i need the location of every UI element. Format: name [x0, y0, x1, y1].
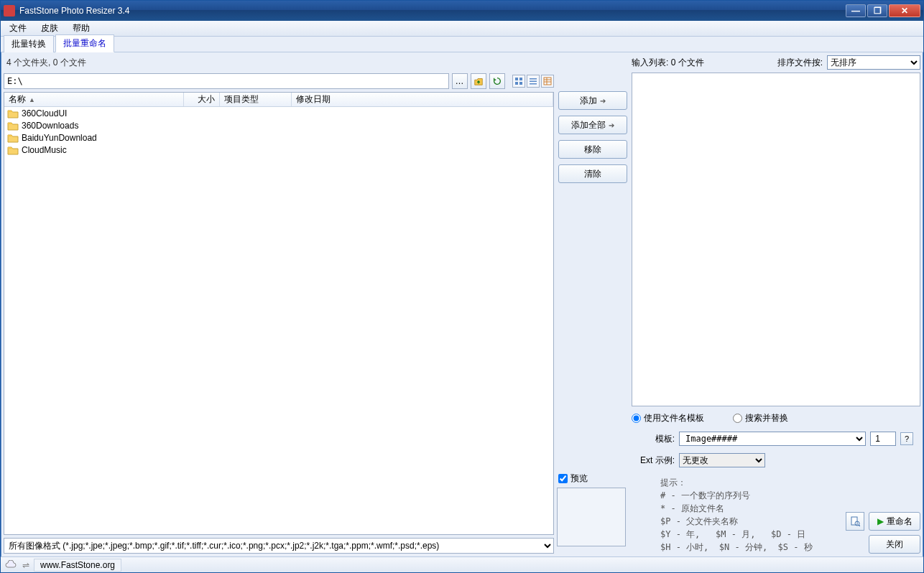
path-input[interactable]	[4, 73, 449, 89]
tab-batch-rename[interactable]: 批量重命名	[55, 34, 114, 52]
maximize-button[interactable]: ❐	[867, 4, 887, 17]
menu-help[interactable]: 帮助	[67, 21, 96, 36]
svg-rect-6	[530, 83, 537, 85]
menu-bar: 文件 皮肤 帮助	[1, 21, 923, 37]
content-area: 4 个文件夹, 0 个文件 …	[1, 52, 923, 556]
file-list-body[interactable]: 360CloudUI360DownloadsBaiduYunDownloadCl…	[4, 107, 553, 534]
clear-button[interactable]: 清除	[558, 164, 627, 183]
template-input[interactable]: Image#####	[679, 432, 866, 446]
svg-rect-7	[544, 78, 551, 85]
start-number-spinner[interactable]	[870, 432, 896, 446]
app-icon	[4, 5, 15, 17]
close-button[interactable]: 关闭	[869, 535, 920, 554]
tab-row: 批量转换 批量重命名	[1, 37, 923, 52]
svg-line-13	[859, 525, 860, 526]
remove-button[interactable]: 移除	[558, 140, 627, 159]
hint-line: $P - 父文件夹名称	[660, 515, 838, 528]
arrow-right-icon: ➔	[600, 97, 606, 105]
play-icon: ▶	[877, 516, 884, 526]
hint-line: * - 原始文件名	[660, 502, 838, 515]
up-folder-button[interactable]	[471, 73, 486, 89]
svg-rect-2	[515, 82, 518, 85]
status-glyph: ⇌	[22, 560, 29, 570]
add-button[interactable]: 添加➔	[558, 91, 627, 110]
format-filter-select[interactable]: 所有图像格式 (*.jpg;*.jpe;*.jpeg;*.bmp;*.gif;*…	[4, 538, 554, 554]
ext-select[interactable]: 无更改	[679, 453, 765, 467]
view-list[interactable]	[527, 75, 540, 88]
view-mode-buttons	[512, 75, 554, 88]
file-list: 名称▲ 大小 项目类型 修改日期 360CloudUI360DownloadsB…	[4, 92, 554, 535]
template-label: 模板:	[632, 433, 675, 445]
svg-rect-0	[515, 78, 518, 80]
list-item[interactable]: BaiduYunDownload	[4, 131, 553, 144]
preview-rename-button[interactable]	[846, 512, 864, 531]
preview-checkbox[interactable]	[558, 474, 568, 483]
svg-rect-3	[519, 82, 522, 85]
template-row: 模板: Image##### ?	[632, 432, 920, 446]
rename-mode-row: 使用文件名模板 搜索并替换	[632, 412, 920, 424]
col-name[interactable]: 名称▲	[4, 93, 184, 106]
middle-pane: 添加➔ 添加全部➔ 移除 清除 预览	[557, 55, 629, 554]
col-size[interactable]: 大小	[184, 93, 220, 106]
preview-box	[557, 488, 626, 546]
svg-rect-5	[530, 81, 537, 83]
input-list-label: 输入列表: 0 个文件	[632, 57, 704, 69]
tab-batch-convert[interactable]: 批量转换	[4, 35, 54, 52]
hint-line: $H - 小时, $N - 分钟, $S - 秒	[660, 541, 838, 554]
list-item[interactable]: CloudMusic	[4, 144, 553, 156]
status-bar: ⇌ www.FastStone.org	[1, 556, 923, 572]
folder-icon	[7, 108, 19, 118]
hint-line: $Y - 年, $M - 月, $D - 日	[660, 528, 838, 541]
col-type[interactable]: 项目类型	[220, 93, 292, 106]
view-large-icons[interactable]	[512, 75, 525, 88]
preview-checkbox-label[interactable]: 预览	[557, 472, 588, 485]
path-row: …	[4, 73, 554, 89]
minimize-button[interactable]: —	[846, 4, 866, 17]
browse-button[interactable]: …	[452, 73, 468, 89]
svg-rect-4	[530, 78, 537, 80]
hints-block: 提示： # - 一个数字的序列号* - 原始文件名$P - 父文件夹名称$Y -…	[632, 476, 838, 554]
col-date[interactable]: 修改日期	[292, 93, 553, 106]
window-title: FastStone Photo Resizer 3.4	[19, 6, 846, 16]
folder-icon	[7, 133, 19, 143]
sort-select[interactable]: 无排序	[827, 55, 920, 70]
app-window: FastStone Photo Resizer 3.4 — ❐ ✕ 文件 皮肤 …	[0, 0, 924, 573]
arrow-right-icon: ➔	[609, 121, 614, 129]
folder-icon	[7, 121, 19, 131]
ext-label: Ext 示例:	[632, 455, 675, 467]
rename-button[interactable]: ▶重命名	[869, 512, 920, 531]
folder-count-label: 4 个文件夹, 0 个文件	[4, 55, 554, 70]
file-list-header: 名称▲ 大小 项目类型 修改日期	[4, 93, 553, 107]
right-pane: 输入列表: 0 个文件 排序文件按: 无排序 使用文件名模板 搜索并替换 模板:…	[632, 55, 920, 554]
folder-icon	[7, 145, 19, 155]
svg-rect-1	[519, 78, 522, 80]
close-window-button[interactable]: ✕	[889, 4, 920, 17]
status-url[interactable]: www.FastStone.org	[34, 559, 121, 572]
hint-line: # - 一个数字的序列号	[660, 489, 838, 502]
title-bar[interactable]: FastStone Photo Resizer 3.4 — ❐ ✕	[1, 1, 923, 21]
view-details[interactable]	[541, 75, 554, 88]
radio-search-replace[interactable]: 搜索并替换	[733, 412, 788, 424]
menu-file[interactable]: 文件	[4, 21, 32, 36]
svg-rect-11	[851, 517, 857, 525]
refresh-button[interactable]	[489, 73, 505, 89]
bottom-right-buttons: ▶重命名 关闭	[846, 512, 920, 554]
sort-asc-icon: ▲	[29, 96, 35, 103]
cloud-icon	[5, 560, 18, 570]
help-button[interactable]: ?	[900, 432, 913, 445]
right-top-row: 输入列表: 0 个文件 排序文件按: 无排序	[632, 55, 920, 70]
input-file-list[interactable]	[632, 73, 920, 406]
left-pane: 4 个文件夹, 0 个文件 …	[4, 55, 554, 554]
list-item[interactable]: 360Downloads	[4, 119, 553, 131]
add-all-button[interactable]: 添加全部➔	[558, 116, 627, 134]
radio-use-template[interactable]: 使用文件名模板	[632, 412, 704, 424]
list-item[interactable]: 360CloudUI	[4, 107, 553, 119]
ext-row: Ext 示例: 无更改	[632, 453, 920, 467]
sort-label: 排序文件按:	[777, 57, 823, 69]
menu-skin[interactable]: 皮肤	[35, 21, 64, 36]
